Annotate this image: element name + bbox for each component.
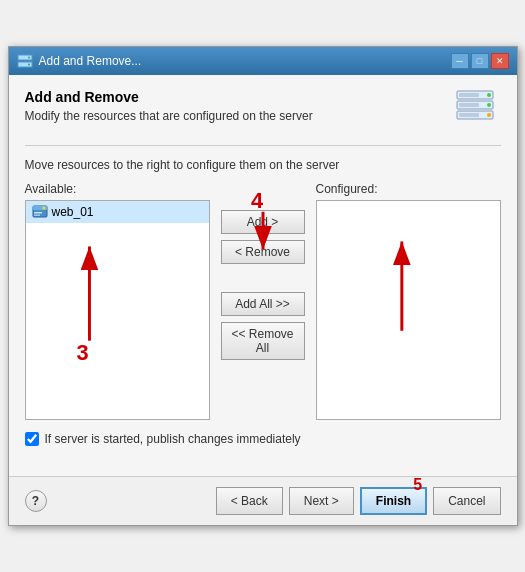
footer-right: < Back Next > Finish 5 Cancel xyxy=(216,487,501,515)
configured-list[interactable] xyxy=(316,200,501,420)
title-bar: Add and Remove... ─ □ ✕ xyxy=(9,47,517,75)
svg-rect-12 xyxy=(459,113,479,117)
svg-point-3 xyxy=(28,64,30,66)
maximize-button[interactable]: □ xyxy=(471,53,489,69)
footer-left: ? xyxy=(25,490,47,512)
cancel-button[interactable]: Cancel xyxy=(433,487,500,515)
svg-point-2 xyxy=(28,57,30,59)
svg-point-9 xyxy=(487,113,491,117)
next-button[interactable]: Next > xyxy=(289,487,354,515)
add-all-button[interactable]: Add All >> xyxy=(221,292,305,316)
help-button[interactable]: ? xyxy=(25,490,47,512)
instruction-text: Move resources to the right to configure… xyxy=(25,158,501,172)
remove-all-button[interactable]: << Remove All xyxy=(221,322,305,360)
main-window: Add and Remove... ─ □ ✕ Add and Remove M… xyxy=(8,46,518,526)
remove-button[interactable]: < Remove xyxy=(221,240,305,264)
available-label: Available: xyxy=(25,182,210,196)
svg-point-7 xyxy=(487,93,491,97)
dialog-subtitle: Modify the resources that are configured… xyxy=(25,109,501,123)
svg-point-8 xyxy=(487,103,491,107)
publish-checkbox[interactable] xyxy=(25,432,39,446)
list-item[interactable]: web_01 xyxy=(26,201,209,223)
title-bar-text: Add and Remove... xyxy=(39,54,142,68)
available-panel: Available: web_01 xyxy=(25,182,210,420)
title-icon xyxy=(17,53,33,69)
svg-point-15 xyxy=(42,207,45,210)
title-bar-left: Add and Remove... xyxy=(17,53,142,69)
header-area: Add and Remove Modify the resources that… xyxy=(25,89,501,146)
checkbox-area: If server is started, publish changes im… xyxy=(25,432,501,446)
web-resource-icon xyxy=(32,204,48,220)
title-bar-controls: ─ □ ✕ xyxy=(451,53,509,69)
configured-panel: Configured: xyxy=(316,182,501,420)
annotation-5: 5 xyxy=(413,476,422,494)
close-button[interactable]: ✕ xyxy=(491,53,509,69)
svg-rect-10 xyxy=(459,93,479,97)
dialog-title: Add and Remove xyxy=(25,89,501,105)
add-button[interactable]: Add > xyxy=(221,210,305,234)
svg-rect-11 xyxy=(459,103,479,107)
svg-rect-17 xyxy=(34,215,40,217)
available-item-label: web_01 xyxy=(52,205,94,219)
checkbox-label: If server is started, publish changes im… xyxy=(45,432,301,446)
dialog-content: Add and Remove Modify the resources that… xyxy=(9,75,517,476)
svg-rect-16 xyxy=(34,212,42,214)
help-icon: ? xyxy=(32,494,39,508)
configured-label: Configured: xyxy=(316,182,501,196)
finish-button[interactable]: Finish 5 xyxy=(360,487,427,515)
dialog-footer: ? < Back Next > Finish 5 Cancel xyxy=(9,476,517,525)
center-buttons: Add > < Remove Add All >> << Remove All xyxy=(218,182,308,360)
server-rack-icon xyxy=(453,89,497,132)
available-list[interactable]: web_01 xyxy=(25,200,210,420)
panels-area: Available: web_01 xyxy=(25,182,501,420)
minimize-button[interactable]: ─ xyxy=(451,53,469,69)
back-button[interactable]: < Back xyxy=(216,487,283,515)
